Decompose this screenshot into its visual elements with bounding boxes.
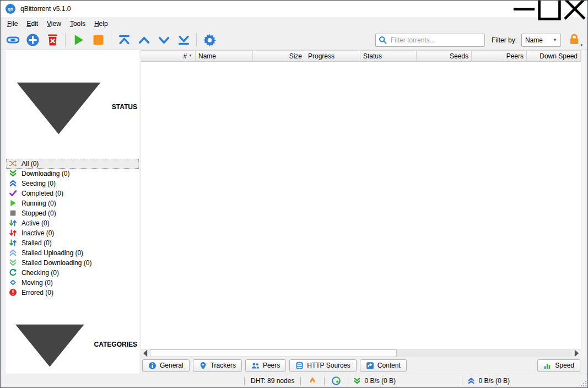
menu-help[interactable]: Help <box>90 18 112 29</box>
active-icon <box>9 219 17 227</box>
move-up-button[interactable] <box>134 31 154 49</box>
dht-nodes-label[interactable]: DHT: 89 nodes <box>251 377 294 385</box>
toolbar: Filter by: Name ▼ ▾ <box>1 30 587 50</box>
column-header-number[interactable]: #▼ <box>141 51 196 62</box>
tab-http-sources[interactable]: HTTP Sources <box>289 359 356 372</box>
tab-peers[interactable]: Peers <box>245 359 286 372</box>
sidebar-item-label: Checking (0) <box>21 269 59 277</box>
column-label: # <box>183 52 187 60</box>
move-top-icon <box>117 33 131 47</box>
menu-file[interactable]: File <box>3 18 22 29</box>
search-box <box>375 34 485 47</box>
menu-tools[interactable]: Tools <box>66 18 90 29</box>
move-top-button[interactable] <box>114 31 134 49</box>
download-speed-value: 0 B/s (0 B) <box>364 377 396 385</box>
sidebar-item-status-stalled-uploading[interactable]: Stalled Uploading (0) <box>6 248 139 258</box>
pin-blue-icon <box>199 362 207 370</box>
delete-icon <box>46 33 60 47</box>
tab-label: Content <box>377 362 401 369</box>
upload-speed-status[interactable]: 0 B/s (0 B) <box>462 377 573 385</box>
add-torrent-link-button[interactable] <box>3 31 23 49</box>
column-header-peers[interactable]: Peers <box>472 51 527 62</box>
sidebar-item-status-all[interactable]: All (0) <box>6 159 139 169</box>
add-torrent-file-button[interactable] <box>23 31 42 49</box>
column-header-seeds[interactable]: Seeds <box>417 51 472 62</box>
window-title: qBittorrent v5.1.0 <box>20 5 71 13</box>
column-label: Status <box>363 52 382 60</box>
sidebar-item-status-downloading[interactable]: Downloading (0) <box>6 169 139 179</box>
sidebar-item-status-checking[interactable]: Checking (0) <box>6 268 139 278</box>
vertical-scrollbar[interactable] <box>581 50 585 357</box>
sidebar-item-status-completed[interactable]: Completed (0) <box>6 188 139 198</box>
seeding-icon <box>9 179 17 187</box>
menu-edit[interactable]: Edit <box>22 18 42 29</box>
move-bottom-button[interactable] <box>174 31 193 49</box>
resize-grip[interactable] <box>580 380 587 387</box>
db-icon <box>295 362 304 370</box>
column-header-name[interactable]: Name <box>196 51 253 62</box>
stalled-down-icon <box>9 258 17 267</box>
statusbar-separator <box>244 377 245 385</box>
column-header-progress[interactable]: Progress <box>305 51 360 62</box>
sidebar-item-label: Seeding (0) <box>21 180 56 187</box>
torrent-list[interactable] <box>141 62 581 349</box>
sidebar-item-status-moving[interactable]: Moving (0) <box>6 278 139 288</box>
content-area: STATUSAll (0)Downloading (0)Seeding (0)C… <box>1 50 587 374</box>
sidebar-item-status-stalled[interactable]: Stalled (0) <box>6 238 139 248</box>
search-input[interactable] <box>375 34 485 47</box>
start-button[interactable] <box>68 31 88 49</box>
scrollbar-track[interactable] <box>397 349 572 357</box>
downloading-icon <box>9 169 17 177</box>
sidebar-item-status-inactive[interactable]: Inactive (0) <box>6 228 139 238</box>
stop-button[interactable] <box>88 31 108 49</box>
connection-status-icon[interactable] <box>332 376 341 385</box>
qbittorrent-window: qb qBittorrent v5.1.0 FileEditViewToolsH… <box>0 0 588 388</box>
close-button[interactable] <box>562 1 587 17</box>
tab-content[interactable]: Content <box>360 359 407 372</box>
sidebar-section-status[interactable]: STATUS <box>9 58 137 157</box>
scroll-right-button[interactable] <box>572 349 581 357</box>
sidebar-item-status-stalled-downloading[interactable]: Stalled Downloading (0) <box>6 258 139 268</box>
sidebar-item-status-seeding[interactable]: Seeding (0) <box>6 179 139 188</box>
statusbar-separator <box>324 377 325 385</box>
sidebar-item-label: Moving (0) <box>21 279 53 287</box>
column-header-down-speed[interactable]: Down Speed <box>527 51 581 62</box>
column-header-size[interactable]: Size <box>253 51 305 62</box>
scrollbar-thumb[interactable] <box>150 349 397 357</box>
menu-view[interactable]: View <box>42 18 66 29</box>
tab-label: HTTP Sources <box>307 362 350 369</box>
alternative-speed-limits-icon[interactable] <box>308 376 317 385</box>
maximize-button[interactable] <box>537 1 562 17</box>
minimize-button[interactable] <box>511 1 537 17</box>
tab-general[interactable]: General <box>142 359 190 372</box>
sidebar-item-status-stopped[interactable]: Stopped (0) <box>6 208 139 218</box>
download-arrows-icon <box>353 377 361 385</box>
sidebar-item-status-running[interactable]: Running (0) <box>6 198 139 208</box>
tab-trackers[interactable]: Trackers <box>193 359 242 372</box>
checking-icon <box>9 268 17 277</box>
column-header-status[interactable]: Status <box>360 51 417 62</box>
sidebar-item-label: Downloading (0) <box>21 170 69 177</box>
gear-icon <box>203 33 217 47</box>
lock-button[interactable]: ▾ <box>567 33 582 47</box>
sidebar-item-label: Active (0) <box>21 219 50 227</box>
sidebar-item-label: Stopped (0) <box>21 209 56 217</box>
scroll-left-button[interactable] <box>141 349 150 357</box>
sidebar-item-label: Running (0) <box>21 200 56 207</box>
move-down-button[interactable] <box>154 31 174 49</box>
start-icon <box>72 33 85 47</box>
app-logo-icon: qb <box>6 4 15 14</box>
sidebar-item-status-errored[interactable]: Errored (0) <box>6 288 139 298</box>
filter-by-select[interactable]: Name ▼ <box>521 34 561 47</box>
sidebar-item-status-active[interactable]: Active (0) <box>6 218 139 228</box>
title-bar[interactable]: qb qBittorrent v5.1.0 <box>1 1 587 17</box>
delete-button[interactable] <box>42 31 62 49</box>
options-button[interactable] <box>199 31 219 49</box>
download-speed-status[interactable]: 0 B/s (0 B) <box>348 377 462 385</box>
chart-icon <box>543 362 552 370</box>
sidebar-section-categories[interactable]: CATEGORIES <box>9 304 137 374</box>
toolbar-right: Filter by: Name ▼ ▾ <box>375 33 582 47</box>
sidebar-item-label: Stalled Downloading (0) <box>21 259 91 267</box>
tab-speed[interactable]: Speed <box>537 359 580 372</box>
sidebar: STATUSAll (0)Downloading (0)Seeding (0)C… <box>6 50 139 374</box>
